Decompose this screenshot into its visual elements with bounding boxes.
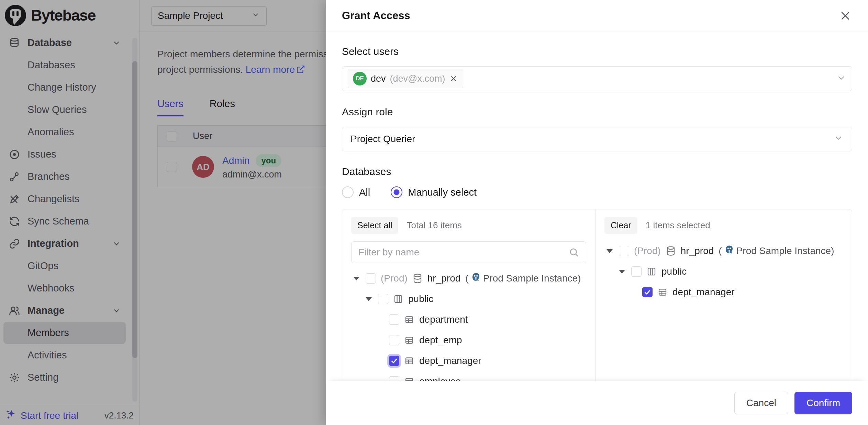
database-icon bbox=[412, 273, 423, 284]
selected-tree: (Prod) hr_prod ( Prod Sample Instance) bbox=[604, 241, 843, 302]
database-tree-transfer: Select all Total 16 items (Prod) bbox=[342, 209, 852, 381]
tree-row-table-selected[interactable]: dept_manager bbox=[604, 282, 843, 302]
caret-down-icon[interactable] bbox=[353, 277, 359, 280]
checkbox[interactable] bbox=[389, 335, 399, 345]
chevron-down-icon bbox=[836, 73, 846, 84]
radio-all-label: All bbox=[359, 187, 370, 198]
database-icon bbox=[666, 246, 676, 256]
postgresql-icon bbox=[471, 272, 481, 285]
chevron-down-icon bbox=[833, 133, 844, 146]
env-label: (Prod) bbox=[381, 273, 408, 284]
clear-button[interactable]: Clear bbox=[604, 217, 637, 234]
select-users-label: Select users bbox=[342, 46, 852, 57]
checkbox-checked[interactable] bbox=[642, 287, 653, 297]
tree-row-schema[interactable]: public bbox=[351, 289, 586, 309]
database-name: hr_prod bbox=[681, 245, 714, 256]
total-count: Total 16 items bbox=[407, 220, 461, 231]
filter-input[interactable] bbox=[358, 247, 569, 258]
instance-label: ( Prod Sample Instance) bbox=[465, 272, 581, 285]
checkbox[interactable] bbox=[389, 314, 399, 325]
table-name: dept_manager bbox=[419, 355, 481, 366]
schema-name: public bbox=[661, 266, 687, 277]
radio-manual-label: Manually select bbox=[408, 187, 477, 198]
schema-name: public bbox=[408, 294, 433, 305]
postgresql-icon bbox=[724, 245, 734, 257]
assign-role-label: Assign role bbox=[342, 106, 852, 118]
database-tree: (Prod) hr_prod ( Prod Sample Instance) bbox=[351, 268, 586, 381]
tree-row-table[interactable]: dept_emp bbox=[351, 330, 586, 351]
table-name: dept_manager bbox=[672, 287, 735, 298]
selected-panel: Clear 1 items selected (Prod) hr_prod ( bbox=[596, 209, 852, 381]
env-label: (Prod) bbox=[634, 245, 661, 256]
close-icon[interactable] bbox=[838, 9, 852, 23]
checkbox[interactable] bbox=[366, 273, 376, 284]
table-icon bbox=[404, 376, 414, 381]
checkbox[interactable] bbox=[378, 294, 388, 304]
modal-body: Select users DE dev (dev@x.com) Assign r… bbox=[326, 32, 868, 381]
source-panel: Select all Total 16 items (Prod) bbox=[342, 209, 596, 381]
table-name: employee bbox=[419, 376, 461, 381]
database-scope-radios: All Manually select bbox=[342, 186, 852, 198]
users-multiselect[interactable]: DE dev (dev@x.com) bbox=[342, 66, 852, 91]
radio-circle bbox=[342, 186, 354, 198]
table-icon bbox=[404, 356, 414, 366]
tree-row-schema[interactable]: public bbox=[604, 261, 843, 282]
tree-row-table[interactable]: employee bbox=[351, 371, 586, 381]
confirm-button[interactable]: Confirm bbox=[794, 392, 852, 414]
table-icon bbox=[657, 287, 668, 297]
caret-down-icon[interactable] bbox=[607, 249, 613, 253]
table-icon bbox=[404, 335, 414, 345]
instance-label: ( Prod Sample Instance) bbox=[719, 245, 834, 257]
chip-user-email: (dev@x.com) bbox=[390, 73, 445, 84]
table-icon bbox=[404, 314, 414, 325]
schema-icon bbox=[393, 294, 403, 304]
radio-manually-select[interactable]: Manually select bbox=[391, 186, 477, 198]
checkbox-checked[interactable] bbox=[389, 356, 399, 366]
search-icon bbox=[569, 247, 579, 257]
modal-header: Grant Access bbox=[326, 0, 868, 32]
modal-title: Grant Access bbox=[342, 10, 410, 22]
role-select[interactable]: Project Querier bbox=[342, 127, 852, 151]
cancel-button[interactable]: Cancel bbox=[734, 392, 788, 414]
caret-down-icon[interactable] bbox=[366, 297, 372, 301]
select-all-button[interactable]: Select all bbox=[351, 217, 398, 234]
checkbox[interactable] bbox=[389, 376, 399, 381]
avatar: DE bbox=[353, 72, 367, 85]
table-name: department bbox=[419, 314, 468, 325]
role-value: Project Querier bbox=[350, 134, 415, 145]
checkbox[interactable] bbox=[619, 246, 629, 256]
chip-remove-icon[interactable] bbox=[449, 74, 458, 83]
table-name: dept_emp bbox=[419, 335, 462, 346]
chip-user-name: dev bbox=[371, 73, 386, 84]
checkbox[interactable] bbox=[631, 266, 642, 277]
filter-box bbox=[351, 241, 586, 263]
radio-all[interactable]: All bbox=[342, 186, 370, 198]
tree-row-database[interactable]: (Prod) hr_prod ( Prod Sample Instance) bbox=[351, 268, 586, 289]
modal-footer: Cancel Confirm bbox=[326, 381, 868, 425]
tree-row-table-selected[interactable]: dept_manager bbox=[351, 351, 586, 371]
tree-row-table[interactable]: department bbox=[351, 309, 586, 330]
grant-access-modal: Grant Access Select users DE dev (dev@x.… bbox=[326, 0, 868, 425]
user-chip: DE dev (dev@x.com) bbox=[348, 69, 463, 88]
tree-row-database[interactable]: (Prod) hr_prod ( Prod Sample Instance) bbox=[604, 241, 843, 261]
database-name: hr_prod bbox=[427, 273, 461, 284]
schema-icon bbox=[646, 266, 657, 277]
radio-circle bbox=[391, 186, 402, 198]
selected-count: 1 items selected bbox=[646, 220, 710, 231]
caret-down-icon[interactable] bbox=[619, 270, 625, 274]
databases-label: Databases bbox=[342, 166, 852, 177]
